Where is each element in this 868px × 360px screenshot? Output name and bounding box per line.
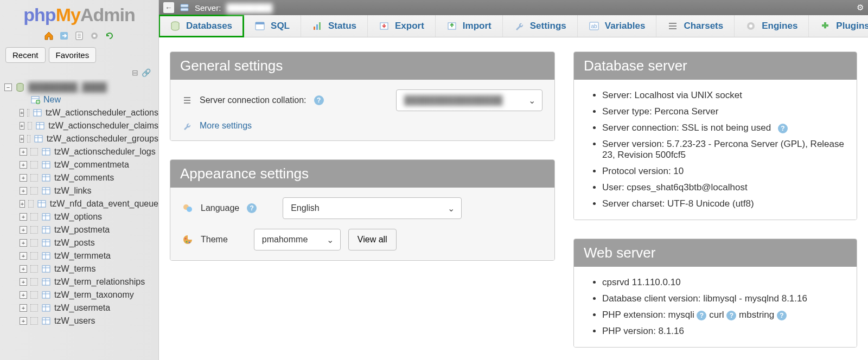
plus-icon[interactable]: +	[20, 109, 24, 117]
svg-rect-20	[42, 149, 50, 155]
new-label: New	[43, 95, 61, 105]
favorites-button[interactable]: Favorites	[49, 47, 97, 63]
tree-table-item[interactable]: +tzW_actionscheduler_groups	[20, 132, 158, 145]
tree-table-item[interactable]: +tzW_actionscheduler_logs	[20, 145, 158, 158]
tab-settings[interactable]: Settings	[503, 15, 578, 37]
tab-sql[interactable]: SQL	[244, 15, 301, 37]
tab-import[interactable]: Import	[436, 15, 503, 37]
tree-table-item[interactable]: +tzW_term_relationships	[20, 275, 158, 288]
db-server-item: User: cpses_shat6q3btb@localhost	[602, 179, 845, 196]
tab-plugins[interactable]: Plugins	[809, 15, 868, 37]
general-settings-panel: General settings Server connection colla…	[170, 52, 555, 141]
tree-table-item[interactable]: +tzW_nfd_data_event_queue	[20, 197, 158, 210]
plus-icon[interactable]: +	[20, 174, 27, 182]
topbar-gear-icon[interactable]: ⚙	[857, 3, 864, 12]
plus-icon[interactable]: +	[20, 187, 27, 195]
databases-icon	[170, 21, 181, 31]
theme-select[interactable]: pmahomme ⌄	[254, 229, 341, 250]
tree-table-item[interactable]: +tzW_terms	[20, 262, 158, 275]
tree-table-item[interactable]: +tzW_users	[20, 314, 158, 327]
table-label: tzW_usermeta	[54, 303, 110, 313]
tree-new[interactable]: New	[20, 93, 158, 106]
tree-connector	[30, 213, 38, 221]
table-label: tzW_term_relationships	[54, 277, 145, 287]
table-icon	[41, 303, 51, 313]
tree-table-item[interactable]: +tzW_actionscheduler_actions	[20, 106, 158, 119]
svg-rect-14	[36, 123, 44, 129]
language-select[interactable]: English ⌄	[283, 197, 462, 219]
svg-rect-56	[42, 305, 50, 311]
help-icon[interactable]: ?	[314, 95, 324, 105]
table-icon	[41, 212, 51, 222]
svg-rect-69	[319, 22, 321, 30]
tab-charsets[interactable]: Charsets	[656, 15, 735, 37]
collation-icon	[182, 95, 192, 105]
help-icon[interactable]: ?	[778, 124, 788, 133]
plus-icon[interactable]: +	[20, 252, 27, 260]
plus-icon[interactable]: +	[20, 317, 27, 325]
plus-icon[interactable]: +	[20, 226, 27, 234]
plus-icon[interactable]: +	[20, 278, 27, 286]
link-icon[interactable]: 🔗	[142, 68, 151, 77]
recent-button[interactable]: Recent	[5, 47, 46, 63]
svg-point-83	[187, 207, 192, 212]
minus-icon[interactable]: −	[4, 83, 12, 91]
svg-text:ab: ab	[591, 23, 597, 29]
collation-select[interactable]: ████████████████ ⌄	[396, 89, 542, 111]
general-heading: General settings	[170, 52, 554, 80]
collation-value: ████████████████	[404, 95, 502, 105]
plus-icon[interactable]: +	[20, 291, 27, 299]
help-icon[interactable]: ?	[247, 203, 257, 213]
tree-table-item[interactable]: +tzW_postmeta	[20, 223, 158, 236]
tab-status[interactable]: Status	[301, 15, 368, 37]
table-icon	[41, 186, 51, 196]
back-arrow-icon[interactable]: ←	[163, 2, 174, 13]
more-settings-link[interactable]: More settings	[200, 121, 252, 131]
logo[interactable]: phpMyAdmin	[0, 0, 158, 28]
tree-table-item[interactable]: +tzW_options	[20, 210, 158, 223]
web-server-panel: Web server cpsrvd 11.110.0.10Database cl…	[573, 239, 857, 348]
plus-icon[interactable]: +	[20, 135, 24, 143]
gear-icon[interactable]	[90, 31, 99, 41]
reload-icon[interactable]	[105, 31, 114, 41]
plus-icon[interactable]: +	[20, 213, 27, 221]
tree-table-item[interactable]: +tzW_termmeta	[20, 249, 158, 262]
plus-icon[interactable]: +	[20, 122, 24, 130]
help-icon[interactable]: ?	[697, 311, 706, 320]
plus-icon[interactable]: +	[20, 239, 27, 247]
tree-table-item[interactable]: +tzW_links	[20, 184, 158, 197]
collapse-icon[interactable]: ⊟	[132, 68, 138, 77]
tree-table-item[interactable]: +tzW_comments	[20, 171, 158, 184]
table-icon	[41, 173, 51, 183]
logout-icon[interactable]	[59, 31, 69, 41]
tab-engines[interactable]: Engines	[735, 15, 809, 37]
tree-table-item[interactable]: +tzW_term_taxonomy	[20, 288, 158, 301]
home-icon[interactable]	[44, 31, 54, 41]
tree-table-item[interactable]: +tzW_commentmeta	[20, 158, 158, 171]
help-icon[interactable]: ?	[726, 311, 736, 320]
tab-label: Import	[463, 21, 492, 31]
tree-table-item[interactable]: +tzW_posts	[20, 236, 158, 249]
tree-root[interactable]: − ████████_████	[2, 81, 158, 93]
plus-icon[interactable]: +	[20, 265, 27, 273]
tab-label: Engines	[762, 21, 797, 31]
view-all-button[interactable]: View all	[348, 229, 397, 250]
engines-icon	[745, 21, 756, 31]
table-label: tzW_actionscheduler_actions	[46, 108, 158, 118]
charsets-icon	[667, 21, 678, 31]
plus-icon[interactable]: +	[20, 161, 27, 169]
tab-export[interactable]: Export	[368, 15, 436, 37]
tab-variables[interactable]: abVariables	[578, 15, 657, 37]
table-icon	[41, 160, 51, 170]
logo-my: My	[56, 4, 80, 25]
help-icon[interactable]: ?	[777, 311, 787, 320]
plus-icon[interactable]: +	[20, 148, 27, 156]
tree-table-item[interactable]: +tzW_actionscheduler_claims	[20, 119, 158, 132]
tree-table-item[interactable]: +tzW_usermeta	[20, 301, 158, 314]
db-server-item: Protocol version: 10	[602, 163, 845, 179]
tab-databases[interactable]: Databases	[159, 15, 244, 37]
tree-connector	[30, 265, 38, 273]
plus-icon[interactable]: +	[20, 200, 25, 208]
docs-icon[interactable]	[74, 31, 84, 41]
plus-icon[interactable]: +	[20, 304, 27, 312]
